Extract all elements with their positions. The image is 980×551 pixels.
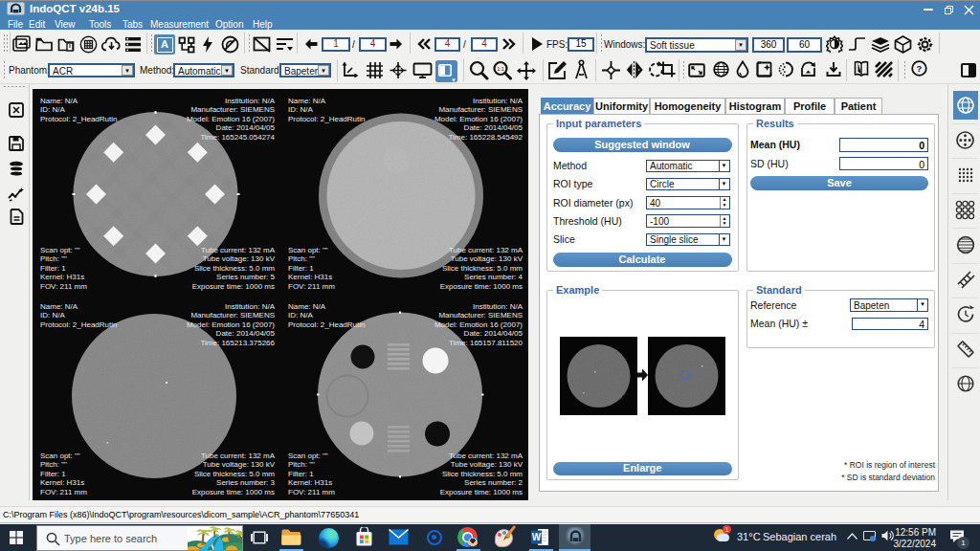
svg-text:W: W <box>532 532 542 542</box>
svg-text:?: ? <box>917 63 923 74</box>
svg-text:1:1: 1:1 <box>497 66 504 72</box>
